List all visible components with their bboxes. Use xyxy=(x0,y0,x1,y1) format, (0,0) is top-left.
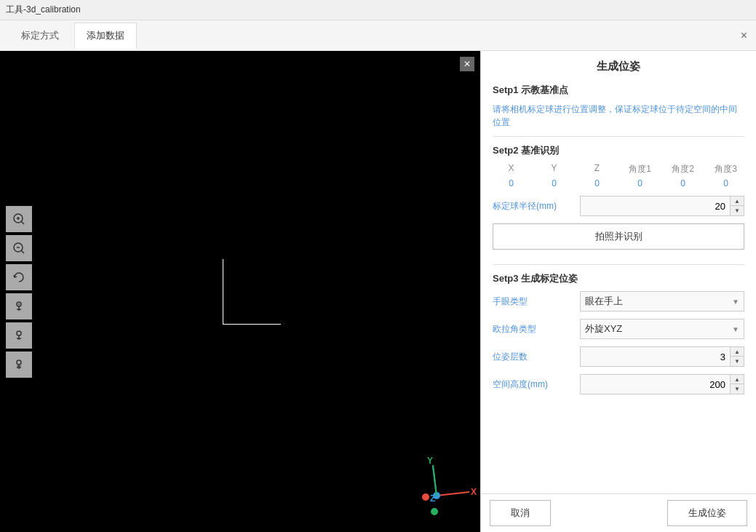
zoom-out-button[interactable] xyxy=(6,235,32,261)
svg-line-20 xyxy=(437,492,469,496)
euler-row: 欧拉角类型 外旋XYZ ▼ xyxy=(493,319,744,339)
canvas-close-button[interactable]: ✕ xyxy=(460,57,474,71)
hand-eye-row: 手眼类型 眼在手上 ▼ xyxy=(493,291,744,311)
coord-label-y: Y xyxy=(536,163,573,175)
hand-eye-value: 眼在手上 xyxy=(585,295,732,308)
coord-label-angle3: 角度3 xyxy=(707,163,744,175)
svg-point-10 xyxy=(18,303,20,305)
tab-calibration-method[interactable]: 标定方式 xyxy=(9,23,71,49)
euler-label: 欧拉角类型 xyxy=(493,323,580,336)
coord-values-row: 0 0 0 0 0 0 xyxy=(493,178,744,188)
svg-point-26 xyxy=(431,508,438,515)
generate-button[interactable]: 生成位姿 xyxy=(667,500,747,526)
tab-add-data[interactable]: 添加数据 xyxy=(74,23,137,49)
close-tab-button[interactable]: × xyxy=(741,29,747,42)
coord-label-z: Z xyxy=(578,163,616,175)
tool2-button[interactable] xyxy=(6,322,32,349)
svg-point-23 xyxy=(422,493,429,501)
coord-label-x: X xyxy=(493,163,530,175)
canvas-shape xyxy=(223,259,281,325)
height-input-wrap: ▲ ▼ xyxy=(580,374,744,394)
step1-info: 请将相机标定球进行位置调整，保证标定球位于待定空间的中间位置 xyxy=(493,103,744,129)
right-panel-scroll[interactable]: 生成位姿 Setp1 示教基准点 请将相机标定球进行位置调整，保证标定球位于待定… xyxy=(481,51,756,493)
reset-view-button[interactable] xyxy=(6,264,32,290)
coord-label-angle1: 角度1 xyxy=(621,163,658,175)
coord-value-x: 0 xyxy=(493,178,530,188)
height-row: 空间高度(mm) ▲ ▼ xyxy=(493,374,744,394)
height-spin-up[interactable]: ▲ xyxy=(731,375,744,384)
radius-spin-down[interactable]: ▼ xyxy=(731,206,744,215)
svg-point-14 xyxy=(17,360,21,365)
layers-input[interactable] xyxy=(581,349,730,365)
svg-point-11 xyxy=(17,331,21,336)
height-spin-down[interactable]: ▼ xyxy=(731,384,744,394)
svg-text:X: X xyxy=(471,487,477,497)
divider-1 xyxy=(493,136,744,137)
hand-eye-label: 手眼类型 xyxy=(493,295,580,308)
height-input[interactable] xyxy=(581,376,730,393)
layers-row: 位姿层数 ▲ ▼ xyxy=(493,346,744,367)
hand-eye-arrow-icon: ▼ xyxy=(732,298,739,306)
euler-select[interactable]: 外旋XYZ ▼ xyxy=(580,319,744,339)
layers-label: 位姿层数 xyxy=(493,351,580,363)
radius-input[interactable] xyxy=(581,198,730,215)
right-panel: 生成位姿 Setp1 示教基准点 请将相机标定球进行位置调整，保证标定球位于待定… xyxy=(480,51,756,532)
layers-input-wrap: ▲ ▼ xyxy=(580,346,744,367)
left-toolbar xyxy=(6,206,32,378)
bottom-bar: 取消 生成位姿 xyxy=(481,493,756,532)
svg-text:Y: Y xyxy=(427,456,433,466)
height-label: 空间高度(mm) xyxy=(493,378,580,391)
step2-header: Setp2 基准识别 xyxy=(493,144,744,157)
layers-spinners: ▲ ▼ xyxy=(730,347,744,366)
divider-2 xyxy=(493,264,744,265)
panel-title: 生成位姿 xyxy=(493,60,744,74)
hand-eye-select[interactable]: 眼在手上 ▼ xyxy=(580,291,744,311)
layers-spin-up[interactable]: ▲ xyxy=(731,347,744,357)
axes-overlay: Y X Z xyxy=(397,452,477,517)
step1-header: Setp1 示教基准点 xyxy=(493,84,744,97)
height-spinners: ▲ ▼ xyxy=(730,375,744,394)
radius-spinners: ▲ ▼ xyxy=(730,196,744,215)
svg-line-3 xyxy=(22,221,25,224)
app-title: 工具-3d_calibration xyxy=(6,4,81,16)
coord-value-angle2: 0 xyxy=(664,178,701,188)
svg-line-25 xyxy=(433,465,437,496)
radius-input-wrap: ▲ ▼ xyxy=(580,196,744,216)
title-bar: 工具-3d_calibration xyxy=(0,0,756,20)
svg-line-6 xyxy=(22,250,25,253)
content-area: ✕ xyxy=(0,51,756,532)
layers-spin-down[interactable]: ▼ xyxy=(731,357,744,366)
tab-bar: 标定方式 添加数据 × xyxy=(0,20,756,51)
coord-label-angle2: 角度2 xyxy=(664,163,701,175)
canvas-area: ✕ xyxy=(0,51,480,532)
radius-spin-up[interactable]: ▲ xyxy=(731,196,744,206)
radius-label: 标定球半径(mm) xyxy=(493,200,580,213)
coord-value-angle3: 0 xyxy=(707,178,744,188)
cancel-button[interactable]: 取消 xyxy=(490,500,551,526)
coord-value-z: 0 xyxy=(578,178,616,188)
main-container: 标定方式 添加数据 × ✕ xyxy=(0,20,756,532)
capture-button[interactable]: 拍照并识别 xyxy=(493,223,744,250)
zoom-in-button[interactable] xyxy=(6,206,32,232)
tool3-button[interactable] xyxy=(6,352,32,378)
coord-value-y: 0 xyxy=(536,178,573,188)
step3-header: Setp3 生成标定位姿 xyxy=(493,272,744,285)
tool1-button[interactable] xyxy=(6,293,32,319)
coord-value-angle1: 0 xyxy=(621,178,658,188)
coord-labels-row: X Y Z 角度1 角度2 角度3 xyxy=(493,163,744,175)
radius-row: 标定球半径(mm) ▲ ▼ xyxy=(493,196,744,216)
euler-value: 外旋XYZ xyxy=(585,322,732,336)
euler-arrow-icon: ▼ xyxy=(732,325,739,333)
